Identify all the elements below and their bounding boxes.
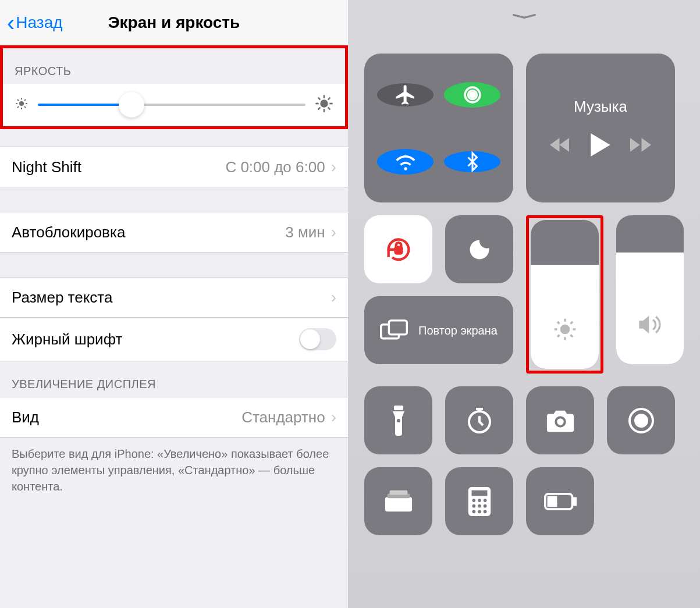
chevron-right-icon: ›	[331, 408, 336, 426]
grabber-icon[interactable]	[510, 14, 539, 19]
play-button[interactable]	[591, 133, 610, 159]
brightness-icon	[553, 318, 577, 341]
night-shift-value: С 0:00 до 6:00	[225, 158, 325, 176]
night-shift-row[interactable]: Night Shift С 0:00 до 6:00 ›	[0, 147, 348, 187]
switch-knob	[300, 329, 320, 349]
bold-text-label: Жирный шрифт	[12, 330, 122, 349]
svg-point-44	[478, 499, 481, 502]
svg-line-15	[328, 108, 331, 110]
svg-rect-31	[394, 406, 403, 410]
wallet-button[interactable]	[364, 467, 432, 535]
svg-line-28	[570, 335, 573, 337]
connectivity-module	[364, 54, 513, 202]
camera-button[interactable]	[526, 386, 594, 454]
brightness-header: ЯРКОСТЬ	[3, 48, 345, 84]
svg-point-32	[397, 419, 400, 422]
volume-icon	[637, 313, 663, 336]
view-row[interactable]: Вид Стандартно ›	[0, 397, 348, 438]
media-controls	[550, 133, 651, 159]
footer-text: Выберите вид для iPhone: «Увеличено» пок…	[0, 438, 348, 503]
svg-point-49	[472, 510, 475, 513]
bold-text-row: Жирный шрифт	[0, 318, 348, 361]
screen-mirror-label: Повтор экрана	[418, 323, 498, 337]
svg-point-50	[478, 510, 481, 513]
svg-rect-42	[471, 490, 487, 496]
brightness-slider-cell	[3, 84, 345, 126]
svg-point-46	[472, 504, 475, 507]
autolock-row[interactable]: Автоблокировка 3 мин ›	[0, 212, 348, 253]
svg-rect-54	[548, 497, 556, 506]
svg-point-45	[483, 499, 486, 502]
autolock-value: 3 мин	[285, 223, 325, 241]
svg-rect-19	[395, 247, 401, 253]
autolock-label: Автоблокировка	[12, 223, 125, 241]
flashlight-button[interactable]	[364, 386, 432, 454]
brightness-slider[interactable]	[38, 104, 305, 106]
media-module[interactable]: Музыка	[526, 54, 675, 202]
svg-rect-53	[573, 498, 575, 504]
svg-line-16	[318, 108, 321, 110]
svg-line-5	[17, 99, 19, 101]
svg-point-48	[483, 504, 486, 507]
back-label: Назад	[16, 13, 62, 32]
svg-point-22	[560, 325, 570, 335]
svg-line-27	[557, 322, 560, 324]
svg-point-9	[320, 99, 328, 107]
svg-line-17	[328, 98, 331, 100]
text-size-row[interactable]: Размер текста ›	[0, 277, 348, 318]
brightness-low-icon	[15, 97, 29, 113]
screen-record-button[interactable]	[607, 386, 675, 454]
svg-rect-40	[389, 490, 407, 495]
bluetooth-button[interactable]	[444, 151, 500, 172]
wifi-button[interactable]	[377, 149, 433, 175]
slider-thumb[interactable]	[119, 92, 144, 118]
next-button[interactable]	[630, 137, 651, 155]
night-shift-label: Night Shift	[12, 158, 81, 176]
svg-point-35	[557, 418, 564, 425]
svg-line-6	[24, 106, 26, 108]
display-zoom-header: УВЕЛИЧЕНИЕ ДИСПЛЕЯ	[0, 361, 348, 397]
chevron-right-icon: ›	[331, 288, 336, 307]
do-not-disturb-button[interactable]	[445, 215, 513, 283]
text-size-label: Размер текста	[12, 289, 112, 307]
view-label: Вид	[12, 408, 39, 426]
brightness-fill	[531, 265, 599, 369]
svg-rect-38	[385, 497, 411, 511]
brightness-slider[interactable]	[531, 220, 599, 369]
svg-line-30	[570, 322, 573, 324]
highlight-brightness-slider	[526, 215, 603, 374]
svg-point-37	[635, 415, 647, 426]
svg-line-8	[24, 99, 26, 101]
brightness-high-icon	[315, 94, 333, 115]
svg-rect-21	[389, 320, 407, 334]
chevron-right-icon: ›	[331, 223, 336, 241]
svg-point-43	[472, 499, 475, 502]
svg-point-47	[478, 504, 481, 507]
volume-slider[interactable]	[616, 215, 684, 364]
svg-point-0	[19, 101, 24, 106]
settings-screen: ‹ Назад Экран и яркость ЯРКОСТЬ Night Sh…	[0, 0, 348, 608]
header: ‹ Назад Экран и яркость	[0, 0, 348, 45]
cellular-button[interactable]	[444, 82, 500, 108]
timer-button[interactable]	[445, 386, 513, 454]
chevron-left-icon: ‹	[7, 11, 15, 34]
back-button[interactable]: ‹ Назад	[7, 11, 63, 34]
airplane-mode-button[interactable]	[377, 83, 433, 106]
chevron-right-icon: ›	[331, 158, 336, 176]
volume-fill	[616, 253, 684, 364]
calculator-button[interactable]	[445, 467, 513, 535]
svg-point-18	[470, 93, 474, 97]
highlight-brightness: ЯРКОСТЬ	[0, 45, 348, 129]
svg-line-29	[557, 335, 560, 337]
bold-text-switch[interactable]	[299, 328, 336, 350]
orientation-lock-button[interactable]	[364, 215, 432, 283]
low-power-button[interactable]	[526, 467, 594, 535]
previous-button[interactable]	[550, 137, 571, 155]
control-center: Музыка	[348, 0, 700, 608]
svg-point-51	[483, 510, 486, 513]
media-title: Музыка	[574, 98, 627, 116]
page-title: Экран и яркость	[108, 13, 240, 32]
svg-line-14	[318, 98, 321, 100]
svg-line-7	[17, 106, 19, 108]
screen-mirror-button[interactable]: Повтор экрана	[364, 296, 513, 364]
